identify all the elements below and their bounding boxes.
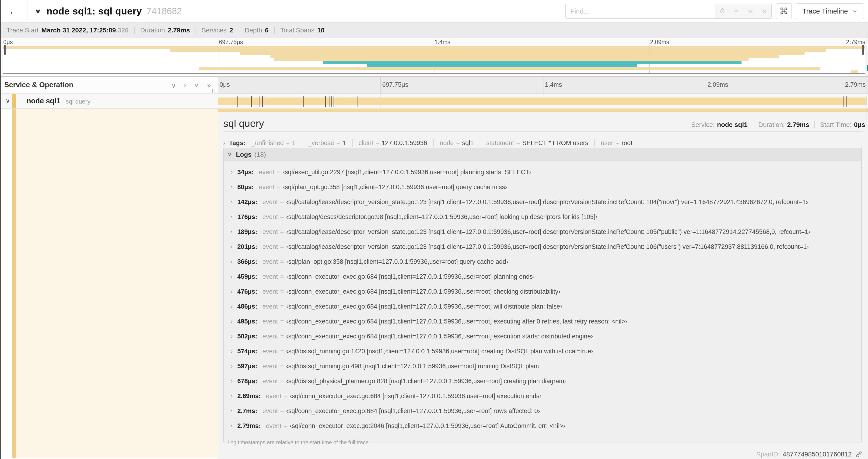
chevron-right-icon: ›: [223, 139, 225, 147]
trace-start-fraction: .326: [116, 27, 129, 34]
logs-header[interactable]: ∨ Logs (18): [224, 148, 861, 161]
tag-equals: =: [616, 139, 619, 147]
link-icon[interactable]: [855, 450, 863, 458]
log-equals: =: [280, 303, 284, 310]
log-row[interactable]: › 366μs: event = ‹sql/plan_opt.go:358 [n…: [224, 254, 861, 269]
log-row[interactable]: › 574μs: event = ‹sql/distsql_running.go…: [224, 344, 861, 359]
collapse-one-icon[interactable]: ∨: [171, 81, 176, 89]
log-field-value: ‹sql/exec_util.go:2297 [nsql1,client=127…: [283, 169, 531, 176]
span-detail-panel: sql query Service: node sql1 Duration: 2…: [218, 109, 868, 459]
log-timestamp: 502μs:: [237, 333, 257, 340]
log-marker-tick: [357, 96, 358, 107]
minimap-span-bar: [199, 67, 820, 70]
find-prev-icon[interactable]: [733, 7, 740, 15]
service-operation-title: Service & Operation: [4, 81, 73, 89]
find-input[interactable]: [565, 4, 715, 19]
log-field-value: ‹sql/conn_executor_exec.go:684 [nsql1,cl…: [289, 393, 541, 400]
column-resizer-grip[interactable]: [212, 89, 214, 93]
divider: [594, 139, 595, 147]
log-row[interactable]: › 189μs: event = ‹sql/catalog/lease/desc…: [224, 224, 861, 239]
log-marker-tick: [262, 96, 263, 107]
log-row[interactable]: › 2.79ms: event = ‹sql/conn_executor_exe…: [224, 418, 861, 433]
chevron-right-icon: ›: [231, 423, 232, 429]
log-row[interactable]: › 476μs: event = ‹sql/conn_executor_exec…: [224, 284, 861, 299]
timeline-minimap: 0μs697.75μs1.4ms2.09ms2.79ms: [0, 38, 868, 76]
log-row[interactable]: › 495μs: event = ‹sql/conn_executor_exec…: [224, 314, 861, 329]
minimap-canvas[interactable]: [3, 45, 865, 74]
command-icon: ⌘: [779, 6, 788, 16]
log-row[interactable]: › 2.69ms: event = ‹sql/conn_executor_exe…: [224, 389, 861, 403]
log-row[interactable]: › 597μs: event = ‹sql/distsql_running.go…: [224, 359, 861, 374]
log-timestamp: 678μs:: [237, 378, 257, 385]
log-row[interactable]: › 201μs: event = ‹sql/catalog/lease/desc…: [224, 239, 861, 254]
divider: [223, 131, 863, 132]
span-timeline-cell[interactable]: [218, 94, 868, 108]
log-field-value: ‹sql/catalog/lease/descriptor_version_st…: [286, 228, 810, 236]
log-row[interactable]: › 486μs: event = ‹sql/conn_executor_exec…: [224, 299, 861, 314]
tag-item: _verbose = 1: [308, 139, 346, 147]
log-timestamp: 2.69ms:: [237, 393, 261, 400]
log-timestamp: 476μs:: [237, 288, 257, 295]
divider: [302, 139, 302, 147]
chevron-right-icon: ›: [231, 243, 232, 250]
log-field-key: event: [262, 378, 278, 385]
trace-start-value: March 31 2022, 17:25:09: [41, 27, 116, 34]
divider: [239, 27, 239, 34]
chevron-right-icon: ›: [231, 348, 232, 355]
log-row[interactable]: › 80μs: event = ‹sql/plan_opt.go:358 [ns…: [224, 179, 861, 195]
view-dropdown-label: Trace Timeline: [802, 7, 848, 15]
log-equals: =: [280, 258, 284, 265]
collapse-all-icon[interactable]: »: [193, 84, 201, 87]
back-button[interactable]: ←: [0, 0, 28, 22]
minimap-right-drag-handle[interactable]: [862, 45, 864, 55]
service-value: node sql1: [717, 121, 748, 129]
log-timestamp: 486μs:: [237, 303, 257, 310]
minimap-tick-label: 697.75μs: [219, 39, 243, 45]
find-next-icon[interactable]: [746, 7, 754, 15]
log-equals: =: [280, 273, 284, 280]
chevron-right-icon: ›: [231, 169, 232, 175]
keyboard-shortcuts-button[interactable]: ⌘: [776, 3, 792, 19]
expand-one-icon[interactable]: ›: [184, 81, 186, 89]
log-marker-tick: [303, 96, 304, 107]
log-timestamp: 574μs:: [237, 348, 257, 355]
minimap-left-drag-handle[interactable]: [4, 45, 6, 55]
trace-collapse-chevron-icon[interactable]: ∨: [34, 7, 41, 15]
span-row[interactable]: ∨ node sql1 sql query: [0, 94, 868, 109]
log-row[interactable]: › 459μs: event = ‹sql/conn_executor_exec…: [224, 269, 861, 284]
log-field-value: ‹sql/catalog/descs/descriptor.go:98 [nsq…: [286, 214, 597, 221]
scrollbar-thumb[interactable]: [867, 35, 867, 131]
tags-list: _unfinished = 1 _verbose = 1 client = 12…: [251, 139, 632, 147]
log-field-key: event: [262, 288, 278, 295]
expand-all-icon[interactable]: »: [207, 81, 211, 89]
span-collapse-chevron-icon[interactable]: ∨: [6, 97, 10, 104]
tag-item: user = root: [601, 139, 632, 147]
log-row[interactable]: › 678μs: event = ‹sql/distsql_physical_p…: [224, 374, 861, 389]
divider: [352, 139, 352, 147]
service-operation-header: Service & Operation ∨ › » »: [0, 77, 218, 94]
divider: [134, 27, 135, 34]
locate-icon[interactable]: [718, 7, 726, 15]
tags-label: Tags:: [229, 139, 245, 147]
log-marker-tick: [251, 96, 252, 107]
log-row[interactable]: › 2.7ms: event = ‹sql/conn_executor_exec…: [224, 403, 861, 418]
log-field-value: ‹sql/conn_executor_exec.go:684 [nsql1,cl…: [286, 288, 560, 295]
chevron-right-icon: ›: [231, 214, 232, 220]
find-clear-icon[interactable]: [761, 7, 768, 15]
minimap-tick-label: 2.09ms: [650, 39, 669, 45]
log-row[interactable]: › 34μs: event = ‹sql/exec_util.go:2297 […: [224, 165, 861, 179]
view-dropdown-button[interactable]: Trace Timeline: [796, 3, 864, 19]
log-row[interactable]: › 142μs: event = ‹sql/catalog/lease/desc…: [224, 195, 861, 209]
log-timestamp: 189μs:: [237, 228, 257, 236]
log-field-key: event: [262, 407, 278, 415]
log-field-key: event: [262, 214, 278, 221]
log-row[interactable]: › 502μs: event = ‹sql/conn_executor_exec…: [224, 329, 861, 344]
log-field-key: event: [259, 184, 274, 191]
log-field-key: event: [262, 258, 278, 265]
log-row[interactable]: › 176μs: event = ‹sql/catalog/descs/desc…: [224, 209, 861, 224]
log-field-value: ‹sql/distsql_physical_planner.go:828 [ns…: [286, 378, 566, 385]
span-duration-bar[interactable]: [218, 97, 867, 105]
minimap-span-bar: [367, 64, 637, 67]
top-header: ← ∨ node sql1: sql query 7418682: [0, 0, 868, 23]
log-marker-tick: [226, 96, 226, 107]
